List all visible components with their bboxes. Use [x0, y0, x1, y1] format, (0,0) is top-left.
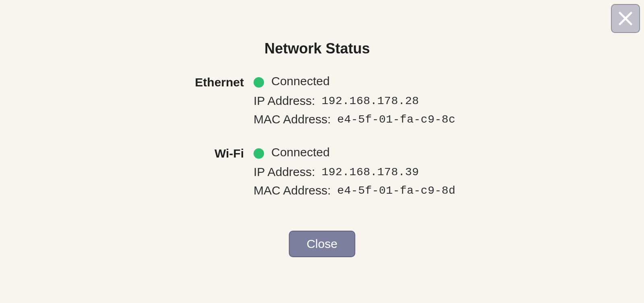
interface-block-ethernet: Ethernet Connected IP Address: 192.168.1… [0, 74, 644, 126]
interface-name-ethernet: Ethernet [0, 76, 254, 89]
interface-status-ethernet: Connected [271, 74, 330, 88]
interface-name-wifi: Wi-Fi [0, 147, 254, 160]
interface-status-wifi: Connected [271, 145, 330, 159]
close-button[interactable]: Close [289, 231, 355, 257]
ip-address-value-wifi: 192.168.178.39 [322, 166, 419, 178]
status-dot-icon [254, 77, 264, 88]
status-dot-icon [254, 148, 264, 159]
dialog-title: Network Status [264, 40, 370, 57]
network-status-content: Ethernet Connected IP Address: 192.168.1… [0, 74, 644, 217]
close-icon-button[interactable] [611, 4, 640, 33]
ip-address-label: IP Address: [254, 165, 315, 179]
mac-address-label: MAC Address: [254, 113, 331, 126]
close-icon [617, 10, 634, 27]
mac-address-value-ethernet: e4-5f-01-fa-c9-8c [337, 113, 456, 126]
ip-address-value-ethernet: 192.168.178.28 [322, 95, 419, 107]
mac-address-label: MAC Address: [254, 184, 331, 197]
interface-block-wifi: Wi-Fi Connected IP Address: 192.168.178.… [0, 145, 644, 197]
mac-address-value-wifi: e4-5f-01-fa-c9-8d [337, 184, 456, 197]
ip-address-label: IP Address: [254, 94, 315, 108]
